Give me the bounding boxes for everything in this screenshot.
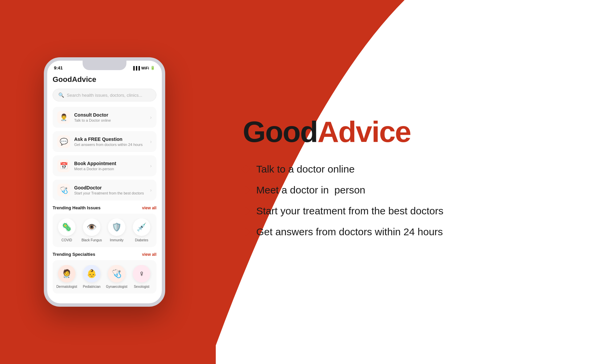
covid-icon: 🦠 xyxy=(58,218,76,236)
trending-health-viewall[interactable]: view all xyxy=(142,206,156,210)
brand-advice: Advice xyxy=(318,115,411,148)
immunity-icon: 🛡️ xyxy=(108,218,125,236)
gooddoctor-subtitle: Start your Treatment from the best docto… xyxy=(74,191,150,195)
specialty-item-dermatologist[interactable]: 🧑‍⚕️ Dermatologist xyxy=(56,265,78,289)
health-item-covid[interactable]: 🦠 COVID xyxy=(56,218,78,242)
menu-item-gooddoctor[interactable]: 🩺 GoodDoctor Start your Treatment from t… xyxy=(53,180,156,201)
appointment-icon: 📅 xyxy=(57,159,70,172)
search-placeholder-text: Search health issues, doctors, clinics..… xyxy=(67,93,142,98)
specialty-item-sexologist[interactable]: ♀️ Sexologist xyxy=(131,265,152,289)
brand-good: Good xyxy=(243,115,318,148)
pediatrician-icon: 👶 xyxy=(83,265,100,282)
consult-arrow: › xyxy=(150,115,152,120)
trending-specialties-title: Trending Specialties xyxy=(53,252,95,257)
question-icon: 💬 xyxy=(57,135,70,148)
gooddoctor-arrow: › xyxy=(150,187,152,193)
trending-specialties-header: Trending Specialties view all xyxy=(53,252,156,257)
diabetes-icon: 💉 xyxy=(133,218,150,236)
menu-item-question[interactable]: 💬 Ask a FREE Question Get answers from d… xyxy=(53,131,156,152)
trending-specialties-viewall[interactable]: view all xyxy=(142,252,156,257)
specialties-row: 🧑‍⚕️ Dermatologist 👶 Pediatrician 🩺 Gyna… xyxy=(56,265,153,289)
right-section: GoodAdvice Talk to a doctor online Meet … xyxy=(209,0,590,364)
pediatrician-label: Pediatrician xyxy=(83,284,100,289)
health-issues-container: 🦠 COVID 👁️ Black Fungus 🛡️ Immunity xyxy=(53,214,156,247)
question-text: Ask a FREE Question Get answers from doc… xyxy=(74,136,150,147)
bullet-3 xyxy=(241,207,250,215)
gooddoctor-text: GoodDoctor Start your Treatment from the… xyxy=(74,185,150,195)
feature-item-4: Get answers from doctors within 24 hours xyxy=(243,226,556,238)
consult-text: Consult Doctor Talk to a Doctor online xyxy=(74,112,150,122)
consult-subtitle: Talk to a Doctor online xyxy=(74,118,150,122)
feature-text-2: Meet a doctor in person xyxy=(256,184,365,196)
health-item-blackfungus[interactable]: 👁️ Black Fungus xyxy=(81,218,102,242)
bullet-1 xyxy=(241,165,250,173)
consult-title: Consult Doctor xyxy=(74,112,150,118)
sexologist-icon: ♀️ xyxy=(133,265,150,282)
gynaecologist-icon: 🩺 xyxy=(108,265,125,282)
trending-health-header: Trending Health Issues view all xyxy=(53,205,156,210)
appointment-arrow: › xyxy=(150,163,152,169)
feature-item-2: Meet a doctor in person xyxy=(243,184,556,196)
phone-mockup: 9:41 ▐▐▐ WiFi 🔋 GoodAdvice 🔍 Search heal… xyxy=(44,57,165,307)
bullet-2 xyxy=(241,186,250,194)
blackfungus-icon: 👁️ xyxy=(83,218,100,236)
bullet-4 xyxy=(241,228,250,236)
feature-text-1: Talk to a doctor online xyxy=(256,163,355,175)
appointment-title: Book Appointment xyxy=(74,161,150,166)
question-title: Ask a FREE Question xyxy=(74,136,150,142)
diabetes-label: Diabetes xyxy=(135,238,148,242)
menu-item-consult[interactable]: 👨‍⚕️ Consult Doctor Talk to a Doctor onl… xyxy=(53,107,156,128)
menu-item-appointment[interactable]: 📅 Book Appointment Meet a Doctor in-pers… xyxy=(53,155,156,176)
feature-text-4: Get answers from doctors within 24 hours xyxy=(256,226,443,238)
signal-icon: ▐▐▐ xyxy=(132,66,140,70)
gooddoctor-icon: 🩺 xyxy=(57,184,70,196)
blackfungus-label: Black Fungus xyxy=(82,238,102,242)
specialty-item-pediatrician[interactable]: 👶 Pediatrician xyxy=(81,265,102,289)
gooddoctor-title: GoodDoctor xyxy=(74,185,150,190)
feature-item-1: Talk to a doctor online xyxy=(243,163,556,175)
health-icons-row: 🦠 COVID 👁️ Black Fungus 🛡️ Immunity xyxy=(56,218,153,242)
dermatologist-icon: 🧑‍⚕️ xyxy=(58,265,76,282)
search-icon: 🔍 xyxy=(58,92,64,98)
battery-icon: 🔋 xyxy=(150,66,155,70)
sexologist-label: Sexologist xyxy=(134,284,149,289)
status-icons: ▐▐▐ WiFi 🔋 xyxy=(132,66,155,70)
feature-item-3: Start your treatment from the best docto… xyxy=(243,205,556,217)
phone-notch xyxy=(83,61,126,70)
appointment-subtitle: Meet a Doctor in-person xyxy=(74,167,150,171)
question-arrow: › xyxy=(150,139,152,144)
feature-text-3: Start your treatment from the best docto… xyxy=(256,205,443,217)
phone-screen: 9:41 ▐▐▐ WiFi 🔋 GoodAdvice 🔍 Search heal… xyxy=(47,61,162,303)
appointment-text: Book Appointment Meet a Doctor in-person xyxy=(74,161,150,171)
health-item-immunity[interactable]: 🛡️ Immunity xyxy=(106,218,127,242)
screen-content: GoodAdvice 🔍 Search health issues, docto… xyxy=(47,72,162,303)
menu-list: 👨‍⚕️ Consult Doctor Talk to a Doctor onl… xyxy=(53,107,156,201)
specialty-item-gynaecologist[interactable]: 🩺 Gynaecologist xyxy=(106,265,127,289)
left-section: 9:41 ▐▐▐ WiFi 🔋 GoodAdvice 🔍 Search heal… xyxy=(0,0,209,364)
health-item-diabetes[interactable]: 💉 Diabetes xyxy=(131,218,152,242)
search-bar[interactable]: 🔍 Search health issues, doctors, clinics… xyxy=(53,89,156,101)
brand-title: GoodAdvice xyxy=(243,117,556,147)
wifi-icon: WiFi xyxy=(141,66,149,70)
app-title: GoodAdvice xyxy=(53,75,156,84)
phone-time: 9:41 xyxy=(54,65,63,70)
gynaecologist-label: Gynaecologist xyxy=(106,284,127,289)
covid-label: COVID xyxy=(61,238,72,242)
consult-icon: 👨‍⚕️ xyxy=(57,111,70,124)
trending-health-title: Trending Health Issues xyxy=(53,205,100,210)
features-list: Talk to a doctor online Meet a doctor in… xyxy=(243,163,556,247)
question-subtitle: Get answers from doctors within 24 hours xyxy=(74,143,150,147)
specialties-container: 🧑‍⚕️ Dermatologist 👶 Pediatrician 🩺 Gyna… xyxy=(53,260,156,294)
immunity-label: Immunity xyxy=(110,238,124,242)
dermatologist-label: Dermatologist xyxy=(56,284,77,289)
